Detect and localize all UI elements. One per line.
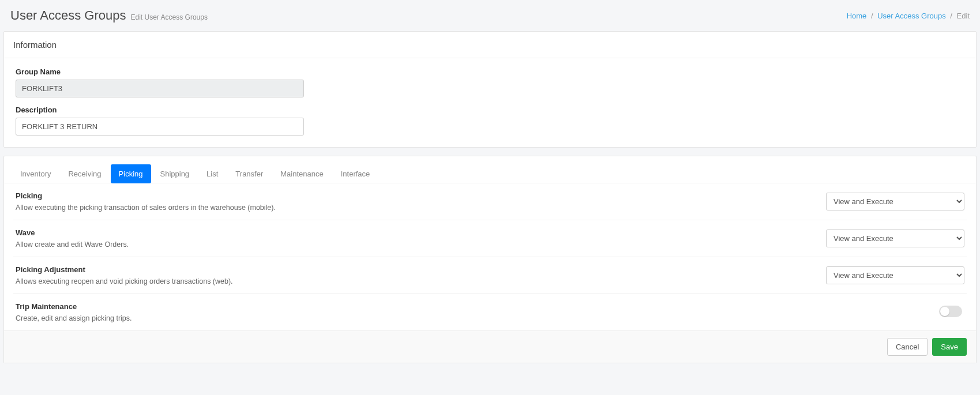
perm-wave-select[interactable]: View and Execute [826,230,964,247]
tab-maintenance[interactable]: Maintenance [272,164,331,183]
tab-receiving[interactable]: Receiving [60,164,109,183]
breadcrumb-current: Edit [957,12,970,20]
page-title: User Access Groups [10,8,126,23]
perm-picking-select[interactable]: View and Execute [826,193,964,210]
information-panel: Information Group Name Description [3,31,977,148]
breadcrumb-sep: / [950,12,952,20]
breadcrumb-sep: / [871,12,873,20]
information-panel-title: Information [4,32,976,58]
breadcrumb: Home / User Access Groups / Edit [847,12,970,20]
perm-trip-maintenance-title: Trip Maintenance [16,302,132,311]
perm-picking-adjustment-select[interactable]: View and Execute [826,266,964,284]
permission-row-wave: Wave Allow create and edit Wave Orders. … [13,220,967,257]
permission-row-picking: Picking Allow executing the picking tran… [13,183,967,220]
tab-inventory[interactable]: Inventory [12,164,59,183]
breadcrumb-groups[interactable]: User Access Groups [877,12,946,20]
perm-trip-maintenance-desc: Create, edit and assign picking trips. [16,314,132,322]
perm-wave-title: Wave [16,228,129,237]
perm-picking-title: Picking [16,191,276,200]
group-name-input [16,80,304,97]
save-button[interactable]: Save [932,338,967,356]
perm-picking-adjustment-title: Picking Adjustment [16,265,233,274]
tab-interface[interactable]: Interface [333,164,378,183]
perm-picking-desc: Allow executing the picking transaction … [16,204,276,212]
perm-trip-maintenance-toggle[interactable] [939,306,962,317]
breadcrumb-home[interactable]: Home [847,12,867,20]
tab-shipping[interactable]: Shipping [152,164,198,183]
permission-row-picking-adjustment: Picking Adjustment Allows executing reop… [13,257,967,294]
tab-transfer[interactable]: Transfer [227,164,271,183]
cancel-button[interactable]: Cancel [887,338,928,356]
group-name-label: Group Name [16,67,964,76]
perm-wave-desc: Allow create and edit Wave Orders. [16,240,129,249]
perm-picking-adjustment-desc: Allows executing reopen and void picking… [16,277,233,285]
description-input[interactable] [16,118,304,136]
tabs: Inventory Receiving Picking Shipping Lis… [4,156,976,183]
permission-row-trip-maintenance: Trip Maintenance Create, edit and assign… [13,294,967,330]
tab-picking[interactable]: Picking [111,164,151,183]
tab-list[interactable]: List [198,164,226,183]
permissions-panel: Inventory Receiving Picking Shipping Lis… [3,156,977,363]
description-label: Description [16,106,964,114]
page-subtitle: Edit User Access Groups [131,13,208,21]
